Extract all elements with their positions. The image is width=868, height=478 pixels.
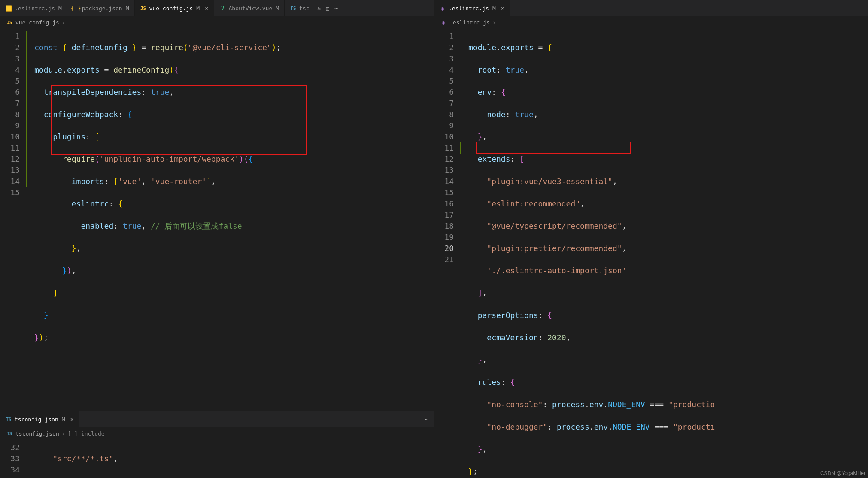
gutter: 32333435363738394041 <box>0 439 26 478</box>
breadcrumb-left-bottom[interactable]: TS tsconfig.json › [ ] include <box>0 427 434 439</box>
editor-pane-top-left: 🟨.eslintrc.jsM { }package.jsonM JSvue.co… <box>0 0 434 411</box>
tab-eslintrc[interactable]: 🟨.eslintrc.jsM <box>0 0 67 16</box>
breadcrumb-right[interactable]: ◉ .eslintrc.js › ... <box>434 16 868 28</box>
editor-left-top[interactable]: 123456789101112131415 const { defineConf… <box>0 28 434 411</box>
close-icon[interactable]: × <box>70 416 74 423</box>
tabbar-right: ◉.eslintrc.jsM× <box>434 0 868 16</box>
tab-eslintrc-right[interactable]: ◉.eslintrc.jsM× <box>434 0 510 16</box>
editor-pane-right: ◉.eslintrc.jsM× ◉ .eslintrc.js › ... 123… <box>434 0 868 478</box>
tabbar-left-bottom: TStsconfig.jsonM× ⋯ <box>0 411 434 427</box>
more-icon[interactable]: ⋯ <box>422 416 431 423</box>
ts-icon: TS <box>6 430 13 437</box>
gutter: 123456789101112131415 <box>0 28 26 411</box>
more-icon[interactable]: ⋯ <box>332 5 340 12</box>
code-area[interactable]: "src/**/*.ts", "src/**/*.tsx", "src/**/*… <box>27 439 434 478</box>
ts-icon: TS <box>5 416 12 423</box>
js-icon: JS <box>6 19 13 26</box>
chevron-right-icon: › <box>492 19 496 26</box>
gutter: 123456789101112131415161718192021 <box>434 28 460 478</box>
code-area[interactable]: module.exports = { root: true, env: { no… <box>461 28 868 478</box>
js-icon: 🟨 <box>5 5 12 12</box>
ts-icon: TS <box>290 5 297 12</box>
json-icon: { } <box>73 5 79 12</box>
highlight-box-eslintrc-path <box>476 142 631 154</box>
eslint-icon: ◉ <box>439 5 446 12</box>
diff-icon[interactable]: ⇆ <box>315 5 324 12</box>
tab-package-json[interactable]: { }package.jsonM <box>67 0 135 16</box>
tab-vue-config[interactable]: JSvue.config.jsM× <box>135 0 214 16</box>
tab-tsc-trimmed[interactable]: TStsc <box>285 0 315 16</box>
editor-pane-bottom-left: TStsconfig.jsonM× ⋯ TS tsconfig.json › [… <box>0 411 434 478</box>
tab-about-view[interactable]: VAboutView.vueM <box>214 0 285 16</box>
js-icon: JS <box>140 5 147 12</box>
editor-right[interactable]: 123456789101112131415161718192021 module… <box>434 28 868 478</box>
breadcrumb-left-top[interactable]: JS vue.config.js › ... <box>0 16 434 28</box>
editor-left-bottom[interactable]: 32333435363738394041 "src/**/*.ts", "src… <box>0 439 434 478</box>
close-icon[interactable]: × <box>501 5 504 12</box>
close-icon[interactable]: × <box>205 5 208 12</box>
code-area[interactable]: const { defineConfig } = require("@vue/c… <box>27 28 434 411</box>
chevron-right-icon: › <box>62 430 65 437</box>
chevron-right-icon: › <box>62 19 65 26</box>
tab-tsconfig[interactable]: TStsconfig.jsonM× <box>0 411 79 427</box>
vue-icon: V <box>219 5 226 12</box>
split-editor-icon[interactable]: ◫ <box>323 5 332 12</box>
watermark-text: CSDN @YogaMiller <box>820 470 865 476</box>
eslint-icon: ◉ <box>440 19 447 26</box>
tabbar-left-top: 🟨.eslintrc.jsM { }package.jsonM JSvue.co… <box>0 0 434 16</box>
